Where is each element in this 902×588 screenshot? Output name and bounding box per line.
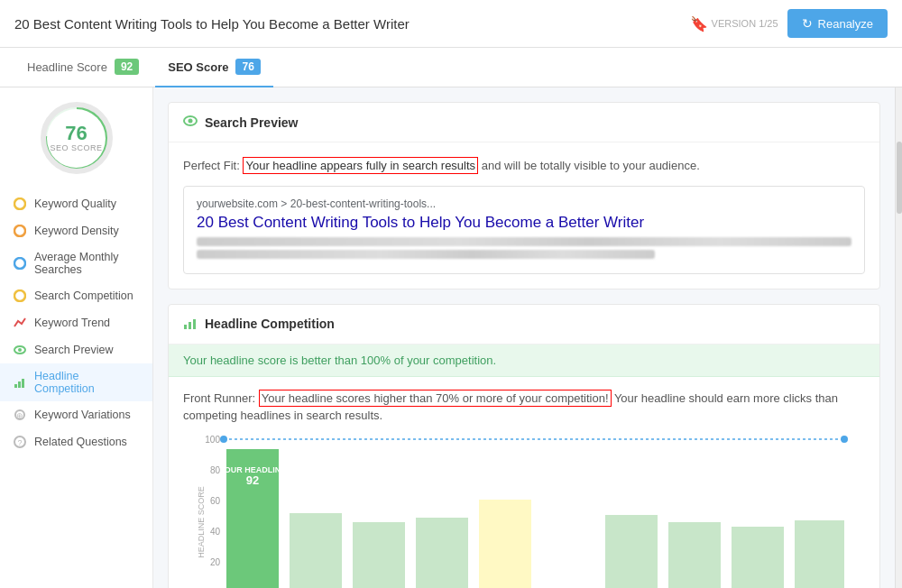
circle-score-value: 76	[65, 124, 87, 143]
reanalyze-button[interactable]: ↻ Reanalyze	[787, 9, 888, 38]
svg-point-3	[14, 290, 25, 301]
search-preview-header-icon	[183, 114, 198, 131]
reanalyze-label: Reanalyze	[818, 17, 873, 31]
bar-2	[290, 513, 342, 589]
svg-point-1	[14, 225, 25, 236]
tab-seo[interactable]: SEO Score 76	[155, 48, 273, 87]
main-layout: 76 SEO SCORE Keyword Quality Keyword Den…	[0, 87, 902, 588]
headline-competition-label: Headline Competition	[34, 370, 140, 395]
scrollbar-track[interactable]	[895, 87, 902, 588]
sidebar-item-keyword-variations[interactable]: ⊕ Keyword Variations	[0, 401, 152, 428]
search-competition-icon	[13, 289, 27, 303]
search-competition-label: Search Competition	[34, 289, 133, 302]
competition-chart: 100 80 60 40 20 0 HEADLINE SCORE	[183, 432, 865, 589]
svg-point-14	[189, 119, 193, 124]
svg-text:92: 92	[246, 473, 259, 487]
version-badge: 🔖 VERSION 1/25	[690, 15, 778, 32]
headline-competition-header-icon	[183, 316, 198, 333]
search-preview-card: Search Preview Perfect Fit: Your headlin…	[168, 102, 880, 289]
related-questions-label: Related Questions	[34, 436, 127, 448]
bar-10	[795, 520, 844, 589]
avg-monthly-icon	[13, 256, 27, 271]
search-preview-description: Perfect Fit: Your headline appears fully…	[183, 157, 865, 175]
sidebar: 76 SEO SCORE Keyword Quality Keyword Den…	[0, 87, 153, 588]
bar-8	[668, 522, 721, 589]
keyword-density-icon	[13, 224, 27, 238]
bar-3	[353, 522, 405, 589]
seo-score-badge: 76	[235, 59, 260, 75]
search-preview-title: Search Preview	[205, 115, 299, 130]
tab-headline[interactable]: Headline Score 92	[14, 48, 152, 87]
competition-description: Front Runner: Your headline scores highe…	[169, 377, 879, 432]
related-questions-icon: ?	[13, 435, 27, 449]
svg-point-2	[14, 258, 25, 269]
sidebar-item-related-questions[interactable]: ? Related Questions	[0, 428, 152, 455]
sidebar-item-keyword-quality[interactable]: Keyword Quality	[0, 190, 152, 217]
svg-text:20: 20	[210, 557, 221, 567]
bookmark-icon: 🔖	[690, 15, 708, 32]
keyword-variations-label: Keyword Variations	[34, 409, 131, 421]
keyword-trend-icon	[13, 316, 27, 330]
svg-rect-15	[184, 325, 187, 329]
headline-score-badge: 92	[115, 59, 139, 75]
content-area: Search Preview Perfect Fit: Your headlin…	[153, 87, 895, 588]
svg-point-26	[220, 436, 227, 443]
svg-text:100: 100	[205, 435, 220, 445]
sidebar-item-keyword-trend[interactable]: Keyword Trend	[0, 309, 152, 336]
sidebar-nav: Keyword Quality Keyword Density Average …	[0, 190, 152, 455]
svg-point-0	[14, 198, 25, 209]
svg-rect-6	[14, 384, 17, 388]
svg-rect-7	[18, 381, 21, 388]
header-actions: 🔖 VERSION 1/25 ↻ Reanalyze	[690, 9, 888, 38]
headline-competition-title: Headline Competition	[205, 317, 335, 331]
header: 20 Best Content Writing Tools to Help Yo…	[0, 0, 902, 48]
sidebar-item-headline-competition[interactable]: Headline Competition	[0, 363, 152, 401]
competition-banner-text: Your headline score is better than 100% …	[183, 354, 496, 367]
scrollbar-thumb[interactable]	[897, 142, 902, 214]
search-preview-body: Perfect Fit: Your headline appears fully…	[169, 142, 879, 289]
reanalyze-icon: ↻	[802, 16, 813, 31]
score-inner: 76 SEO SCORE	[47, 109, 106, 168]
headline-competition-icon	[13, 375, 27, 390]
bar-4	[416, 518, 468, 589]
search-preview-icon	[13, 343, 27, 357]
search-result-url: yourwebsite.com > 20-best-content-writin…	[197, 198, 851, 210]
svg-rect-16	[189, 322, 191, 329]
keyword-quality-icon	[13, 197, 27, 211]
bar-9	[732, 527, 784, 589]
search-result-title: 20 Best Content Writing Tools to Help Yo…	[197, 214, 851, 232]
tab-seo-label: SEO Score	[168, 60, 228, 74]
svg-text:60: 60	[210, 496, 221, 506]
search-preview-suffix: and will be totally visible to your audi…	[478, 159, 700, 172]
headline-competition-card: Headline Competition Your headline score…	[168, 304, 880, 589]
svg-point-5	[18, 348, 22, 352]
svg-text:⊕: ⊕	[16, 411, 23, 420]
search-preview-header: Search Preview	[169, 103, 879, 142]
competition-banner: Your headline score is better than 100% …	[169, 345, 879, 377]
sidebar-item-search-competition[interactable]: Search Competition	[0, 282, 152, 309]
svg-rect-8	[22, 379, 24, 388]
keyword-variations-icon: ⊕	[13, 408, 27, 422]
bar-7	[605, 515, 658, 589]
search-preview-highlight: Your headline appears fully in search re…	[243, 157, 478, 174]
svg-text:HEADLINE SCORE: HEADLINE SCORE	[197, 486, 206, 558]
svg-point-27	[841, 436, 848, 443]
svg-text:40: 40	[210, 527, 221, 537]
sidebar-item-keyword-density[interactable]: Keyword Density	[0, 217, 152, 244]
tabs-bar: Headline Score 92 SEO Score 76	[0, 48, 902, 87]
version-label: VERSION 1/25	[712, 18, 778, 29]
sidebar-item-search-preview[interactable]: Search Preview	[0, 336, 152, 363]
chart-wrapper: 100 80 60 40 20 0 HEADLINE SCORE	[169, 432, 879, 589]
blurred-desc-line-1	[197, 237, 851, 246]
search-preview-label: Search Preview	[34, 344, 114, 356]
circle-score-label: SEO SCORE	[50, 143, 102, 152]
sidebar-item-avg-monthly[interactable]: Average Monthly Searches	[0, 244, 152, 282]
svg-rect-17	[193, 319, 196, 329]
page-title: 20 Best Content Writing Tools to Help Yo…	[14, 16, 410, 32]
keyword-quality-label: Keyword Quality	[34, 198, 116, 210]
tab-headline-label: Headline Score	[27, 60, 107, 74]
search-preview-intro: Perfect Fit:	[183, 159, 243, 172]
seo-score-circle: 76 SEO SCORE	[0, 102, 152, 174]
blurred-desc-line-2	[197, 250, 655, 259]
competition-desc-prefix: Front Runner:	[183, 391, 259, 405]
